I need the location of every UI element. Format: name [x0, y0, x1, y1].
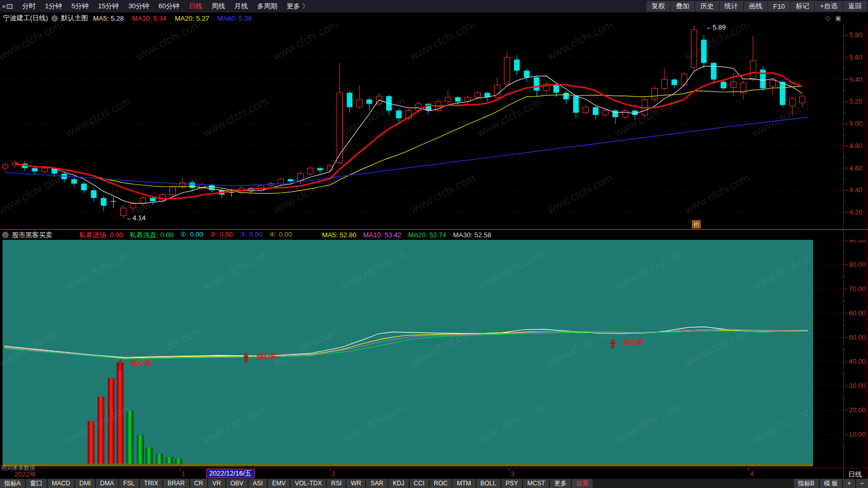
indicator-name[interactable]: 股市黑客买卖 [12, 231, 52, 240]
indicator-field: ③: 0.00 [239, 231, 262, 240]
indicator-ma-values: MA5: 52.80MA10: 53.42MA20: 52.74MA30: 52… [322, 231, 491, 239]
action-历史[interactable]: 历史 [695, 1, 719, 11]
ma-label: MA5: 5.28 [93, 15, 124, 22]
corner-icons: ◇▣ [825, 15, 841, 22]
chevron-down-icon[interactable]: ⌄ [51, 15, 58, 22]
toolbar-DMA[interactable]: DMA [96, 479, 118, 488]
action-F10[interactable]: F10 [768, 1, 790, 11]
period-tab-5[interactable]: 30分钟 [124, 2, 154, 11]
panel-icon[interactable]: ▣ [835, 15, 841, 22]
period-menu-bar: » 分时1分钟5分钟15分钟30分钟60分钟日线周线月线多周期更多 〉 复权叠加… [0, 0, 868, 12]
toolbar-WR[interactable]: WR [346, 479, 365, 488]
month-label: 4 [750, 470, 754, 478]
svg-text:4.20: 4.20 [849, 208, 862, 216]
histogram-bar [117, 363, 124, 464]
toolbar-CCI[interactable]: CCI [410, 479, 429, 488]
svg-text:4.80: 4.80 [849, 142, 862, 150]
indicator-ma-field: MA30: 52.58 [453, 231, 491, 239]
toolbar-更多[interactable]: 更多 [550, 479, 571, 488]
toolbar-RSI[interactable]: RSI [327, 479, 345, 488]
toolbar-PSY[interactable]: PSY [501, 479, 522, 488]
toolbar-CR[interactable]: CR [190, 479, 207, 488]
indicator-panel[interactable]: 90.0080.0070.0060.0050.0040.0030.0020.00… [0, 240, 868, 468]
toolbar-ASI[interactable]: ASI [249, 479, 267, 488]
toolbar-TRIX[interactable]: TRIX [140, 479, 162, 488]
period-tab-10[interactable]: 多周期 [253, 2, 282, 11]
action-返回[interactable]: 返回 [843, 1, 867, 11]
toolbar-窗口[interactable]: 窗口 [26, 479, 47, 488]
indicator-header: ⌄ 股市黑客买卖 私募进场: 0.00私募洗盘: 0.00①: 0.00②: 0… [0, 230, 868, 240]
toolbar-BRAR[interactable]: BRAR [163, 479, 189, 488]
period-tab-4[interactable]: 15分钟 [93, 2, 123, 11]
toolbar-KDJ[interactable]: KDJ [388, 479, 409, 488]
indicator-ma-field: MA5: 52.80 [322, 231, 357, 239]
svg-text:5.60: 5.60 [849, 53, 862, 61]
trading-app-window: » 分时1分钟5分钟15分钟30分钟60分钟日线周线月线多周期更多 〉 复权叠加… [0, 0, 868, 488]
main-candle-chart[interactable]: 5.805.605.405.205.004.804.604.404.20←5.8… [0, 24, 868, 230]
toolbar-FSL[interactable]: FSL [119, 479, 139, 488]
period-tab-3[interactable]: 5分钟 [67, 2, 93, 11]
month-tick [748, 468, 749, 471]
month-tick [180, 468, 180, 471]
toolbar-EMV[interactable]: EMV [268, 479, 290, 488]
symbol-bar: 宁波建工(日线) ⌄ 默认主图 MA5: 5.28MA10: 5.34MA20:… [0, 12, 868, 24]
histogram-bar [176, 458, 182, 464]
selected-date-box[interactable]: 2022/12/16/五 [206, 469, 255, 478]
svg-text:90.00: 90.00 [849, 240, 866, 244]
toolbar-MTM[interactable]: MTM [453, 479, 475, 488]
price-annotation: ←4.14 [126, 214, 146, 222]
action-统计[interactable]: 统计 [719, 1, 743, 11]
toolbar-right-−[interactable]: − [856, 479, 868, 488]
indicator-ma-field: MA10: 53.42 [363, 231, 401, 239]
action-+自选[interactable]: +自选 [814, 1, 843, 11]
diamond-icon[interactable]: ◇ [825, 15, 830, 22]
svg-text:5.40: 5.40 [849, 76, 862, 83]
action-叠加[interactable]: 叠加 [670, 1, 695, 11]
svg-text:40.00: 40.00 [849, 357, 866, 365]
toolbar-MACD[interactable]: MACD [48, 479, 74, 488]
toolbar-ROC[interactable]: ROC [430, 479, 452, 488]
indicator-ma-field: MA20: 52.74 [408, 231, 446, 239]
chevron-down-icon[interactable]: ⌄ [2, 232, 9, 238]
toolbar-right-模 板[interactable]: 模 板 [820, 479, 842, 488]
month-tick [509, 468, 510, 471]
action-画线[interactable]: 画线 [743, 1, 768, 11]
toolbar-MCST[interactable]: MCST [523, 479, 549, 488]
ma-label: MA20: 5.27 [175, 15, 209, 22]
svg-text:4.60: 4.60 [849, 164, 862, 172]
indicator-field: ①: 0.00 [180, 231, 203, 240]
svg-text:10.00: 10.00 [849, 430, 866, 438]
indicator-field: 私募洗盘: 0.00 [130, 231, 174, 240]
window-icon[interactable]: » [2, 3, 12, 10]
period-tab-2[interactable]: 1分钟 [40, 2, 67, 11]
toolbar-VR[interactable]: VR [208, 479, 225, 488]
date-axis-row[interactable]: 2022年 2022/12/16/五 1234 日线 [0, 468, 868, 479]
histogram-bar [88, 421, 95, 464]
ma-label: MA10: 5.34 [132, 15, 167, 22]
toolbar-BOLL[interactable]: BOLL [476, 479, 501, 488]
month-label: 1 [181, 470, 185, 478]
period-tab-9[interactable]: 月线 [230, 2, 253, 11]
toolbar-SAR[interactable]: SAR [366, 479, 387, 488]
period-tab-6[interactable]: 60分钟 [154, 2, 184, 11]
toolbar-指标A[interactable]: 指标A [0, 479, 25, 488]
rank-badge[interactable]: 榜 [692, 220, 701, 228]
right-edge-line [866, 24, 867, 479]
toolbar-OBV[interactable]: OBV [226, 479, 248, 488]
period-tab-11[interactable]: 更多 〉 [282, 2, 314, 11]
toolbar-VOL-TDX[interactable]: VOL-TDX [291, 479, 326, 488]
period-tab-8[interactable]: 周线 [207, 2, 230, 11]
indicator-toolbar: 指标A窗口MACDDMIDMAFSLTRIXBRARCRVROBVASIEMVV… [0, 479, 868, 488]
period-tab-1[interactable]: 分时 [18, 2, 40, 11]
layout-label[interactable]: 默认主图 [61, 13, 88, 23]
period-tab-7[interactable]: 日线 [184, 2, 207, 11]
toolbar-DMI[interactable]: DMI [75, 479, 95, 488]
symbol-title: 宁波建工(日线) [3, 13, 48, 23]
toolbar-right-指标B[interactable]: 指标B [794, 479, 819, 488]
action-复权[interactable]: 复权 [646, 1, 670, 11]
indicator-svg: 90.0080.0070.0060.0050.0040.0030.0020.00… [0, 240, 868, 468]
action-标记[interactable]: 标记 [790, 1, 814, 11]
toolbar-设置[interactable]: 设置 [572, 479, 592, 488]
toolbar-right-+[interactable]: + [843, 479, 855, 488]
price-axis-line [843, 24, 844, 479]
